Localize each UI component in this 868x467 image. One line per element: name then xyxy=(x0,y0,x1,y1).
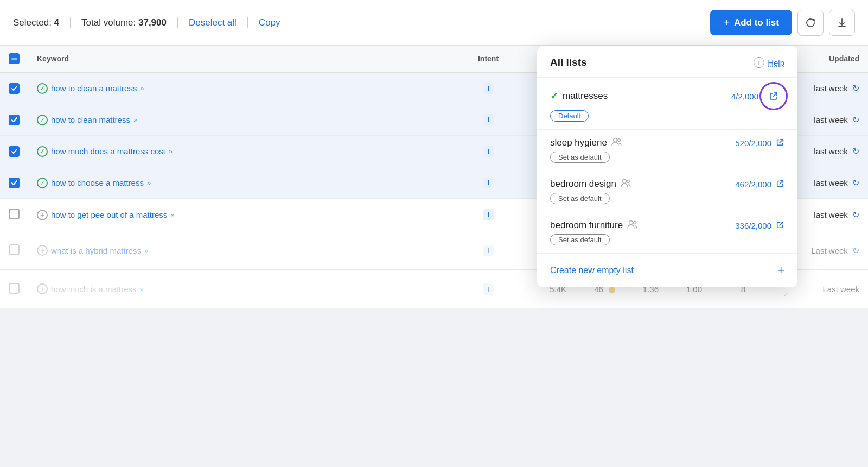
list-item-mattresses: ✓ mattresses 4/2,000 Default xyxy=(537,78,797,130)
export-button[interactable] xyxy=(829,10,855,36)
row-checkbox[interactable] xyxy=(9,178,20,188)
list-name: bedroom furniture xyxy=(550,220,638,231)
svg-point-8 xyxy=(629,221,633,225)
team-icon xyxy=(611,137,622,148)
export-icon xyxy=(837,17,847,28)
dropdown-header: All lists i Help xyxy=(537,46,797,78)
keyword-header: Keyword xyxy=(28,46,461,72)
refresh-icon[interactable]: ↻ xyxy=(852,147,859,156)
svg-point-3 xyxy=(617,139,620,142)
list-count: 336/2,000 xyxy=(735,220,784,231)
updated-cell: last week ↻ xyxy=(797,199,868,231)
keyword-cell: ✓ how much does a mattress cost » xyxy=(28,136,461,167)
keyword-link[interactable]: how much does a mattress cost xyxy=(51,147,165,156)
row-checkbox[interactable] xyxy=(9,83,20,94)
keyword-link[interactable]: how to clean mattress xyxy=(51,115,130,124)
list-count: 4/2,000 xyxy=(731,85,784,107)
add-circle-icon: + xyxy=(37,245,48,256)
refresh-icon[interactable]: ↻ xyxy=(852,246,859,255)
help-link[interactable]: i Help xyxy=(754,57,784,68)
top-bar-left: Selected: 4 Total volume: 37,900 Deselec… xyxy=(13,17,710,28)
open-list-icon[interactable] xyxy=(776,179,784,190)
keyword-link[interactable]: what is a hybrid mattress xyxy=(51,246,141,255)
team-icon xyxy=(621,179,631,190)
intent-badge: I xyxy=(483,146,494,157)
svg-line-7 xyxy=(780,180,783,184)
keyword-cell: + how much is a mattress » xyxy=(28,270,461,308)
chevron-icon: » xyxy=(140,84,144,92)
svg-point-9 xyxy=(634,222,636,224)
refresh-icon xyxy=(805,17,816,28)
list-item-bedroom-design[interactable]: bedroom design 462/2,000 xyxy=(537,171,797,212)
copy-link[interactable]: Copy xyxy=(259,17,280,28)
selected-count-label: Selected: 4 xyxy=(13,17,59,28)
refresh-icon[interactable]: ↻ xyxy=(852,210,859,219)
refresh-icon[interactable]: ↻ xyxy=(852,178,859,187)
chevron-icon: » xyxy=(144,247,148,255)
intent-badge: I xyxy=(483,83,494,94)
row-checkbox[interactable] xyxy=(9,209,20,219)
create-new-list-row[interactable]: Create new empty list + xyxy=(537,254,797,287)
chevron-icon: » xyxy=(140,285,144,293)
add-to-list-button[interactable]: + Add to list xyxy=(710,10,792,35)
keyword-cell: + how to get pee out of a mattress » xyxy=(28,199,461,231)
set-default-tag[interactable]: Set as default xyxy=(550,193,610,204)
updated-cell: last week ↻ xyxy=(797,104,868,136)
open-list-icon[interactable] xyxy=(776,220,784,231)
updated-cell: Last week xyxy=(797,270,868,308)
svg-point-5 xyxy=(622,180,626,184)
updated-cell: last week ↻ xyxy=(797,167,868,199)
svg-line-10 xyxy=(780,222,783,225)
updated-cell: last week ↻ xyxy=(797,72,868,104)
svg-line-4 xyxy=(780,139,783,142)
default-tag: Default xyxy=(550,110,589,122)
team-icon xyxy=(627,220,638,231)
plus-icon: + xyxy=(723,16,730,29)
keyword-cell: ✓ how to clean mattress » xyxy=(28,104,461,136)
ext-icon: ⤢ xyxy=(783,291,789,298)
refresh-icon[interactable]: ↻ xyxy=(852,84,859,93)
open-list-icon[interactable] xyxy=(776,138,784,148)
updated-cell: Last week ↻ xyxy=(797,231,868,270)
list-item-sleep-hygiene[interactable]: sleep hygiene 520/2,000 xyxy=(537,130,797,171)
chevron-icon: » xyxy=(147,179,151,187)
open-list-icon[interactable] xyxy=(763,85,784,107)
list-count: 520/2,000 xyxy=(735,138,784,148)
keyword-link[interactable]: how much is a mattress xyxy=(51,285,137,294)
svg-point-2 xyxy=(613,138,617,142)
row-checkbox[interactable] xyxy=(9,244,20,255)
checkmark-icon: ✓ xyxy=(550,90,558,102)
keyword-cell: + what is a hybrid mattress » xyxy=(28,231,461,270)
top-bar-right: + Add to list xyxy=(710,10,855,36)
intent-badge: I xyxy=(483,177,494,188)
row-checkbox[interactable] xyxy=(9,283,20,294)
green-check-icon: ✓ xyxy=(37,83,48,94)
divider3 xyxy=(247,17,248,28)
chevron-icon: » xyxy=(133,116,137,124)
add-circle-icon: + xyxy=(37,283,48,294)
row-checkbox[interactable] xyxy=(9,146,20,157)
keyword-link[interactable]: how to clean a mattress xyxy=(51,84,137,93)
chevron-icon: » xyxy=(170,211,174,219)
refresh-button[interactable] xyxy=(797,10,824,36)
green-check-icon: ✓ xyxy=(37,178,48,188)
create-new-label: Create new empty list xyxy=(550,266,634,275)
keyword-link[interactable]: how to choose a mattress xyxy=(51,178,144,187)
refresh-icon[interactable]: ↻ xyxy=(852,115,859,124)
set-default-tag[interactable]: Set as default xyxy=(550,152,610,163)
kd-dot xyxy=(609,287,615,293)
updated-cell: last week ↻ xyxy=(797,136,868,167)
divider xyxy=(70,17,71,28)
list-name: bedroom design xyxy=(550,179,631,190)
row-checkbox[interactable] xyxy=(9,115,20,125)
deselect-all-link[interactable]: Deselect all xyxy=(189,17,237,28)
intent-badge: I xyxy=(483,209,494,220)
list-name: ✓ mattresses xyxy=(550,90,608,102)
svg-line-1 xyxy=(773,93,777,97)
set-default-tag[interactable]: Set as default xyxy=(550,234,610,245)
list-item-bedroom-furniture[interactable]: bedroom furniture 336/2,000 xyxy=(537,212,797,254)
keyword-link[interactable]: how to get pee out of a mattress xyxy=(51,210,167,219)
select-all-checkbox[interactable] xyxy=(9,53,20,64)
green-check-icon: ✓ xyxy=(37,146,48,157)
intent-header: Intent xyxy=(461,46,515,72)
